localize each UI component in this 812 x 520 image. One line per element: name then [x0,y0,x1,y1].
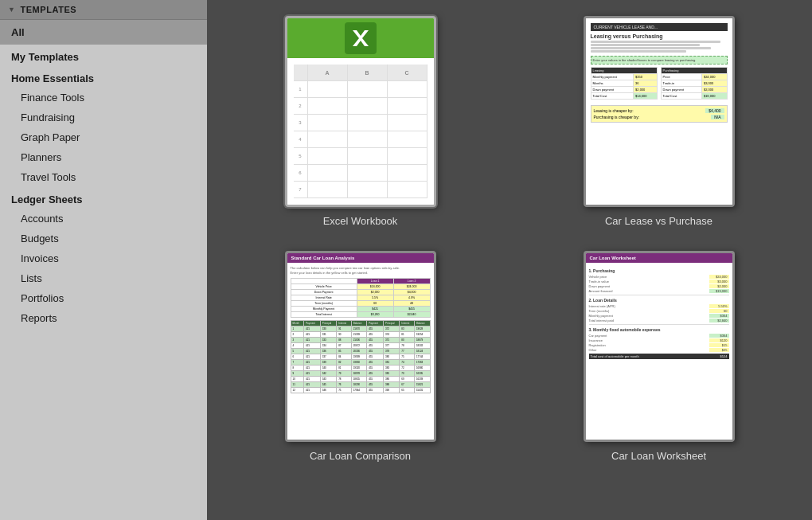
lease-thumb: CURRENT VEHICLE LEASE AND... Leasing ver… [586,18,732,205]
template-thumb-car-lease[interactable]: CURRENT VEHICLE LEASE AND... Leasing ver… [584,16,735,207]
template-thumb-car-loan-comparison[interactable]: Standard Car Loan Analysis The calculato… [285,251,436,442]
template-label-excel-workbook: Excel Workbook [323,215,398,227]
sidebar-item-all[interactable]: All [0,20,207,45]
sidebar-item-portfolios[interactable]: Portfolios [0,288,207,308]
template-card-car-loan-comparison[interactable]: Standard Car Loan Analysis The calculato… [223,251,498,462]
sidebar-item-finance-tools[interactable]: Finance Tools [0,88,207,108]
sidebar-item-fundraising[interactable]: Fundraising [0,108,207,127]
excel-header-bar [287,18,434,58]
excel-grid: A B C 1 2 [287,58,434,205]
sidebar-item-graph-paper[interactable]: Graph Paper [0,127,207,147]
template-label-car-loan-worksheet: Car Loan Worksheet [611,450,706,462]
loan-ws-thumb: Car Loan Worksheet 1. Purchasing Vehicle… [586,253,732,440]
sidebar-item-accounts[interactable]: Accounts [0,209,207,229]
triangle-icon: ▼ [8,6,15,14]
sidebar-section-ledger-sheets[interactable]: Ledger Sheets [0,187,207,209]
template-label-car-lease: Car Lease vs Purchase [605,215,712,227]
sidebar-item-planners[interactable]: Planners [0,147,207,167]
sidebar-item-budgets[interactable]: Budgets [0,229,207,248]
sidebar-item-travel-tools[interactable]: Travel Tools [0,167,207,187]
sidebar-header-label: Templates [20,5,76,14]
template-card-car-loan-worksheet[interactable]: Car Loan Worksheet 1. Purchasing Vehicle… [521,251,796,462]
sidebar-header: ▼ Templates [0,0,207,20]
sidebar-item-invoices[interactable]: Invoices [0,248,207,268]
main-content: A B C 1 2 [207,0,812,520]
loan-comp-thumb: Standard Car Loan Analysis The calculato… [287,253,434,440]
template-card-car-lease[interactable]: CURRENT VEHICLE LEASE AND... Leasing ver… [521,16,796,227]
template-card-excel-workbook[interactable]: A B C 1 2 [223,16,498,227]
excel-thumb: A B C 1 2 [287,18,434,205]
sidebar-section-home-essentials[interactable]: Home Essentials [0,66,207,88]
sidebar: ▼ Templates All My Templates Home Essent… [0,0,207,520]
sidebar-section-my-templates[interactable]: My Templates [0,45,207,66]
template-label-car-loan-comparison: Car Loan Comparison [310,450,411,462]
sidebar-item-lists[interactable]: Lists [0,268,207,288]
template-thumb-car-loan-worksheet[interactable]: Car Loan Worksheet 1. Purchasing Vehicle… [584,251,735,442]
excel-icon [345,22,377,54]
sidebar-item-reports[interactable]: Reports [0,308,207,328]
template-thumb-excel-workbook[interactable]: A B C 1 2 [285,16,436,207]
